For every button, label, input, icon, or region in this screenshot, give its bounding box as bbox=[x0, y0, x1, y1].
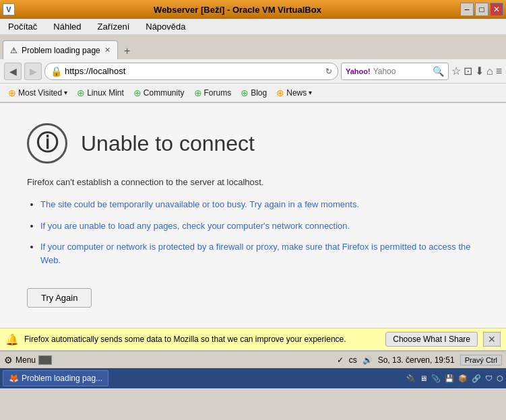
menu-icon[interactable]: ≡ bbox=[496, 65, 502, 77]
keyboard-shortcut: Pravý Ctrl bbox=[460, 355, 502, 365]
bookmark-news-arrow: ▾ bbox=[309, 89, 312, 96]
choose-share-button[interactable]: Choose What I Share bbox=[385, 332, 478, 347]
error-header: ⓘ Unable to connect bbox=[27, 123, 479, 164]
info-icon: ⓘ bbox=[27, 123, 67, 164]
menu-bar: Počítač Náhled Zařízení Nápověda bbox=[0, 19, 506, 35]
taskbar-systray: 🔌 🖥 📎 💾 📦 🔗 🛡 ⬡ bbox=[406, 374, 503, 383]
error-title: Unable to connect bbox=[81, 131, 255, 156]
status-right: ✓ cs 🔊 So, 13. červen, 19:51 Pravý Ctrl bbox=[337, 355, 502, 365]
bookmark-icon-community: ⊕ bbox=[133, 88, 141, 98]
error-desc-host: localhost bbox=[227, 177, 261, 187]
systray-icon-6: 🔗 bbox=[472, 374, 481, 383]
menu-nahled[interactable]: Náhled bbox=[51, 21, 84, 32]
screen-icon bbox=[38, 355, 52, 365]
systray-icon-3: 📎 bbox=[431, 374, 441, 383]
lock-icon: 🔒 bbox=[51, 66, 62, 77]
back-button[interactable]: ◀ bbox=[4, 63, 22, 80]
try-again-button[interactable]: Try Again bbox=[27, 288, 92, 308]
search-bar: Yahoo! 🔍 bbox=[341, 63, 449, 80]
bookmark-forums[interactable]: ⊕ Forums bbox=[190, 86, 236, 100]
systray-icon-5: 📦 bbox=[458, 374, 468, 383]
bookmark-community[interactable]: ⊕ Community bbox=[129, 86, 189, 100]
search-button[interactable]: 🔍 bbox=[433, 66, 444, 77]
bookmark-label: Community bbox=[144, 88, 185, 98]
active-tab[interactable]: ⚠ Problem loading page ✕ bbox=[3, 40, 118, 59]
error-description: Firefox can't establish a connection to … bbox=[27, 177, 479, 187]
datetime: So, 13. červen, 19:51 bbox=[378, 355, 455, 365]
tab-close-button[interactable]: ✕ bbox=[104, 46, 110, 55]
bookmark-icon-forums: ⊕ bbox=[194, 88, 202, 98]
bookmark-label: Forums bbox=[204, 88, 232, 98]
list-item: If you are unable to load any pages, che… bbox=[40, 219, 479, 233]
menu-label[interactable]: Menu bbox=[15, 355, 36, 365]
lang-indicator: cs bbox=[349, 355, 357, 365]
bookmark-news[interactable]: ⊕ News ▾ bbox=[272, 86, 316, 100]
urlbar-icons: ☆ ⊡ ⬇ ⌂ ≡ bbox=[451, 65, 502, 77]
systray-icon-1: 🔌 bbox=[406, 374, 416, 383]
notification-text: Firefox automatically sends some data to… bbox=[24, 335, 380, 344]
menu-napoveda[interactable]: Nápověda bbox=[143, 21, 188, 32]
titlebar: V Webserver [Beží] - Oracle VM VirtualBo… bbox=[0, 0, 506, 19]
search-logo: Yahoo! bbox=[346, 67, 371, 75]
bookmark-label: News bbox=[286, 88, 307, 98]
refresh-button[interactable]: ↻ bbox=[325, 67, 332, 76]
systray-icon-2: 🖥 bbox=[420, 374, 427, 382]
bookmark-edit-icon[interactable]: ⊡ bbox=[464, 65, 472, 77]
systray-icon-8: ⬡ bbox=[497, 374, 503, 383]
systray-icon-4: 💾 bbox=[445, 374, 454, 383]
bookmark-icon-most-visited: ⊕ bbox=[8, 88, 16, 98]
page-content: ⓘ Unable to connect Firefox can't establ… bbox=[0, 103, 506, 328]
bookmark-icon-linux-mint: ⊕ bbox=[77, 88, 85, 98]
bookmark-label: Most Visited bbox=[18, 88, 62, 98]
url-bar: ◀ ▶ 🔒 ↻ Yahoo! 🔍 ☆ ⊡ ⬇ ⌂ ≡ bbox=[0, 59, 506, 83]
bookmark-arrow: ▾ bbox=[64, 89, 67, 96]
settings-gear-icon[interactable]: ⚙ bbox=[4, 355, 13, 365]
taskbar-task[interactable]: 🦊 Problem loading pag... bbox=[3, 370, 108, 386]
bookmarks-bar: ⊕ Most Visited ▾ ⊕ Linux Mint ⊕ Communit… bbox=[0, 83, 506, 102]
systray-icon-7: 🛡 bbox=[485, 374, 493, 382]
url-input-wrap: 🔒 ↻ bbox=[44, 63, 338, 80]
bookmark-most-visited[interactable]: ⊕ Most Visited ▾ bbox=[4, 86, 71, 100]
error-desc-prefix: Firefox can't establish a connection to … bbox=[27, 177, 227, 187]
error-list: The site could be temporarily unavailabl… bbox=[40, 198, 479, 267]
search-input[interactable] bbox=[373, 67, 430, 76]
tab-title: Problem loading page bbox=[22, 46, 100, 55]
window-controls: – □ ✕ bbox=[460, 3, 503, 16]
volume-icon: 🔊 bbox=[362, 355, 373, 365]
notification-close-button[interactable]: ✕ bbox=[483, 332, 501, 347]
app-icon: V bbox=[3, 3, 15, 15]
bookmark-label: Blog bbox=[251, 88, 267, 98]
list-item: The site could be temporarily unavailabl… bbox=[40, 198, 479, 211]
tab-bar: ⚠ Problem loading page ✕ + bbox=[0, 35, 506, 59]
forward-button[interactable]: ▶ bbox=[24, 63, 42, 80]
tab-favicon: ⚠ bbox=[10, 46, 18, 55]
bookmark-label: Linux Mint bbox=[87, 88, 124, 98]
notification-icon: 🔔 bbox=[5, 333, 19, 346]
download-icon[interactable]: ⬇ bbox=[475, 65, 484, 77]
list-item: If your computer or network is protected… bbox=[40, 240, 479, 267]
error-desc-suffix: . bbox=[261, 177, 264, 187]
notification-bar: 🔔 Firefox automatically sends some data … bbox=[0, 328, 506, 351]
bookmark-star-icon[interactable]: ☆ bbox=[451, 65, 461, 77]
bookmark-linux-mint[interactable]: ⊕ Linux Mint bbox=[73, 86, 128, 100]
taskbar-label: Problem loading pag... bbox=[22, 374, 102, 383]
close-button[interactable]: ✕ bbox=[490, 3, 503, 16]
menu-zarizeni[interactable]: Zařízení bbox=[95, 21, 133, 32]
new-tab-button[interactable]: + bbox=[119, 43, 135, 59]
window-title: Webserver [Beží] - Oracle VM VirtualBox bbox=[15, 5, 460, 15]
bookmark-icon-news: ⊕ bbox=[276, 88, 284, 98]
taskbar: 🦊 Problem loading pag... 🔌 🖥 📎 💾 📦 🔗 🛡 ⬡ bbox=[0, 368, 506, 388]
taskbar-favicon: 🦊 bbox=[9, 374, 19, 383]
check-icon: ✓ bbox=[337, 355, 344, 365]
menu-pocitac[interactable]: Počítač bbox=[5, 21, 40, 32]
url-input[interactable] bbox=[65, 66, 323, 76]
bookmark-blog[interactable]: ⊕ Blog bbox=[236, 86, 271, 100]
minimize-button[interactable]: – bbox=[460, 3, 474, 16]
status-bar: ⚙ Menu ✓ cs 🔊 So, 13. červen, 19:51 Prav… bbox=[0, 351, 506, 368]
home-icon[interactable]: ⌂ bbox=[486, 65, 493, 77]
restore-button[interactable]: □ bbox=[475, 3, 488, 16]
bookmark-icon-blog: ⊕ bbox=[241, 88, 249, 98]
